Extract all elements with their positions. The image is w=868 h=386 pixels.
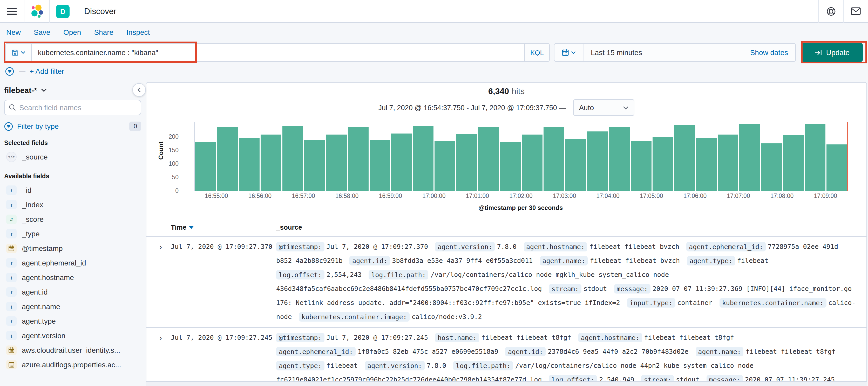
- field-value: stdout: [584, 285, 607, 293]
- field-item[interactable]: #_score: [4, 212, 141, 227]
- histogram-bar[interactable]: [783, 135, 804, 191]
- histogram-bar[interactable]: [674, 125, 695, 191]
- share-button[interactable]: Share: [94, 28, 114, 36]
- histogram-bar[interactable]: [740, 124, 760, 191]
- kql-language-button[interactable]: KQL: [524, 43, 549, 61]
- new-button[interactable]: New: [6, 28, 21, 36]
- histogram-bar[interactable]: [239, 138, 259, 191]
- histogram-bar[interactable]: [500, 142, 521, 191]
- time-range-value[interactable]: Last 15 minutes: [584, 48, 750, 57]
- index-pattern-selector[interactable]: filebeat-*: [4, 85, 141, 100]
- histogram-bar[interactable]: [435, 141, 456, 191]
- field-item[interactable]: </>_source: [4, 150, 141, 164]
- field-key-pill[interactable]: agent.hostname:: [578, 333, 642, 342]
- hits-count: 6,340: [488, 87, 509, 96]
- field-item[interactable]: @timestamp: [4, 241, 141, 256]
- field-key-pill[interactable]: agent.type:: [276, 361, 324, 370]
- histogram-bar[interactable]: [304, 141, 325, 191]
- histogram-bar[interactable]: [827, 144, 847, 191]
- histogram-bar[interactable]: [217, 127, 238, 191]
- field-key-pill[interactable]: log.file.path:: [453, 361, 513, 370]
- field-item[interactable]: tagent.name: [4, 299, 141, 314]
- field-key-pill[interactable]: message:: [614, 284, 650, 293]
- y-tick-label: 50: [172, 174, 179, 180]
- histogram-bar[interactable]: [761, 143, 782, 191]
- field-item[interactable]: azure.auditlogs.properties.ac...: [4, 357, 141, 372]
- field-key-pill[interactable]: agent.version:: [365, 361, 425, 370]
- field-key-pill[interactable]: agent.id:: [350, 256, 390, 265]
- histogram-bar[interactable]: [282, 126, 303, 191]
- field-key-pill[interactable]: log.file.path:: [369, 270, 429, 279]
- field-key-pill[interactable]: agent.type:: [687, 256, 735, 265]
- elastic-logo-icon[interactable]: [24, 4, 49, 18]
- field-item[interactable]: t_id: [4, 183, 141, 198]
- histogram-bar[interactable]: [652, 137, 673, 191]
- histogram-bar[interactable]: [260, 135, 281, 191]
- histogram-bar[interactable]: [195, 142, 216, 191]
- saved-query-menu-button[interactable]: [6, 43, 32, 61]
- histogram-bar[interactable]: [457, 134, 477, 191]
- x-tick-label: 17:02:00: [509, 193, 533, 199]
- histogram-bar[interactable]: [347, 127, 368, 191]
- histogram-bar[interactable]: [369, 141, 390, 191]
- histogram-bar[interactable]: [631, 141, 652, 191]
- field-key-pill[interactable]: stream:: [549, 284, 582, 293]
- open-button[interactable]: Open: [63, 28, 81, 36]
- filter-by-type-button[interactable]: Filter by type: [17, 122, 125, 130]
- histogram-bar[interactable]: [696, 138, 717, 191]
- filter-icon[interactable]: [5, 67, 14, 76]
- field-item[interactable]: tagent.type: [4, 314, 141, 328]
- histogram-bar[interactable]: [413, 126, 434, 191]
- field-key-pill[interactable]: host.name:: [435, 333, 479, 342]
- field-key-pill[interactable]: agent.version:: [435, 242, 495, 251]
- interval-select[interactable]: Auto: [573, 99, 634, 116]
- field-key-pill[interactable]: kubernetes.container.image:: [299, 312, 409, 321]
- expand-row-chevron[interactable]: ›: [159, 239, 171, 324]
- histogram-bar[interactable]: [391, 134, 412, 191]
- histogram-bar[interactable]: [587, 131, 608, 191]
- field-key-pill[interactable]: agent.id:: [505, 347, 546, 356]
- field-key-pill[interactable]: agent.hostname:: [524, 242, 587, 251]
- expand-row-chevron[interactable]: ›: [159, 330, 171, 386]
- help-icon[interactable]: [819, 0, 843, 23]
- menu-hamburger-icon[interactable]: [0, 0, 24, 23]
- field-item[interactable]: tagent.ephemeral_id: [4, 256, 141, 270]
- histogram-bar[interactable]: [522, 135, 542, 191]
- field-key-pill[interactable]: agent.ephemeral_id:: [276, 347, 355, 356]
- field-key-pill[interactable]: @timestamp:: [276, 333, 324, 342]
- field-key-pill[interactable]: agent.name:: [540, 256, 588, 265]
- field-key-pill[interactable]: input.type:: [627, 298, 675, 307]
- histogram-bar[interactable]: [478, 127, 499, 191]
- histogram-bar[interactable]: [718, 135, 739, 191]
- field-key-pill[interactable]: kubernetes.container.name:: [719, 298, 826, 307]
- field-key-pill[interactable]: log.offset:: [276, 270, 324, 279]
- documents-table: Time _source › Jul 7, 2020 @ 17:09:27.37…: [146, 218, 866, 386]
- show-dates-button[interactable]: Show dates: [750, 48, 795, 57]
- field-key-pill[interactable]: agent.ephemeral_id:: [686, 242, 766, 251]
- collapse-sidebar-button[interactable]: [132, 83, 146, 97]
- field-item[interactable]: tagent.version: [4, 328, 141, 343]
- field-key-pill[interactable]: agent.name:: [695, 347, 744, 356]
- field-item[interactable]: t_index: [4, 198, 141, 212]
- update-button[interactable]: Update: [802, 43, 863, 62]
- search-query-input[interactable]: [32, 43, 524, 61]
- histogram-bar[interactable]: [565, 139, 586, 191]
- field-item[interactable]: t_type: [4, 227, 141, 241]
- histogram-bar[interactable]: [326, 135, 346, 191]
- field-item[interactable]: aws.cloudtrail.user_identity.s...: [4, 343, 141, 357]
- add-filter-button[interactable]: + Add filter: [30, 67, 64, 75]
- histogram-bar[interactable]: [544, 127, 564, 191]
- field-search-input[interactable]: [19, 103, 136, 112]
- field-item[interactable]: tagent.id: [4, 285, 141, 299]
- mail-icon[interactable]: [844, 0, 868, 23]
- time-column-header[interactable]: Time: [171, 224, 276, 231]
- histogram-bar[interactable]: [805, 124, 826, 191]
- field-value: Jul 7, 2020 @ 17:09:27.370: [327, 243, 428, 250]
- histogram-bar[interactable]: [609, 127, 630, 191]
- save-button[interactable]: Save: [34, 28, 50, 36]
- field-item[interactable]: tagent.hostname: [4, 270, 141, 285]
- inspect-button[interactable]: Inspect: [126, 28, 150, 36]
- available-fields-heading: Available fields: [4, 173, 141, 180]
- field-key-pill[interactable]: @timestamp:: [276, 242, 324, 251]
- quick-select-menu-button[interactable]: [554, 43, 584, 61]
